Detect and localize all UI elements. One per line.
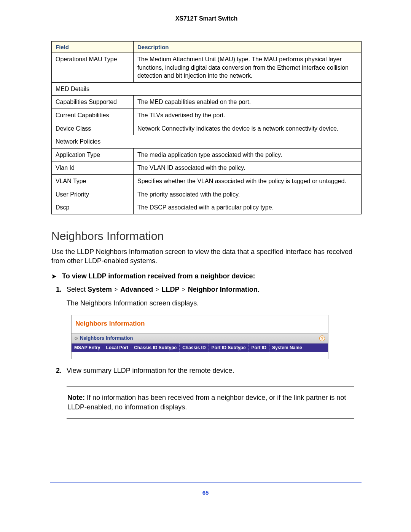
- procedure-title: ➤ To view LLDP information received from…: [51, 272, 362, 280]
- table-row: Network Policies: [52, 135, 362, 149]
- cell-section: MED Details: [52, 82, 362, 96]
- col-chassis-id-subtype[interactable]: Chassis ID Subtype: [131, 343, 180, 352]
- col-chassis-id[interactable]: Chassis ID: [180, 343, 209, 352]
- ui-panel-title: Neighbors Information: [72, 315, 328, 334]
- chevron-icon: >: [182, 286, 186, 292]
- col-system-name[interactable]: System Name: [269, 343, 328, 352]
- chevron-icon: >: [155, 286, 159, 292]
- cell-field: Dscp: [52, 201, 134, 214]
- step-2: 2. View summary LLDP information for the…: [67, 366, 362, 375]
- step-1-sub: The Neighbors Information screen display…: [67, 299, 362, 308]
- cell-desc: Network Connectivity indicates the devic…: [134, 122, 362, 135]
- col-local-port[interactable]: Local Port: [103, 343, 131, 352]
- nav-system: System: [88, 286, 112, 293]
- chevron-icon: >: [114, 286, 118, 292]
- step-2-text: View summary LLDP information for the re…: [67, 367, 234, 374]
- cell-desc: The priority associated with the policy.: [134, 188, 362, 201]
- cell-desc: The MED capabilities enabled on the port…: [134, 96, 362, 109]
- step-1: 1. Select System > Advanced > LLDP > Nei…: [67, 285, 362, 359]
- table-row: Capabilities Supported The MED capabilit…: [52, 96, 362, 109]
- step-number: 2.: [56, 366, 62, 375]
- table-row: MED Details: [52, 82, 362, 96]
- note-block: Note: If no information has been receive…: [67, 387, 354, 419]
- table-row: Current Capabilities The TLVs advertised…: [52, 109, 362, 122]
- cell-desc: Specifies whether the VLAN associated wi…: [134, 174, 362, 188]
- cell-desc: The VLAN ID associated with the policy.: [134, 161, 362, 175]
- section-heading: Neighbors Information: [51, 230, 362, 243]
- cell-field: Current Capabilities: [52, 109, 134, 122]
- step-1-prefix: Select: [67, 286, 88, 293]
- cell-desc: The TLVs advertised by the port.: [134, 109, 362, 122]
- field-description-table: Field Description Operational MAU Type T…: [51, 41, 362, 214]
- table-row: VLAN Type Specifies whether the VLAN ass…: [52, 174, 362, 188]
- ui-empty-row: [72, 352, 328, 359]
- th-field: Field: [52, 42, 134, 53]
- cell-desc: The Medium Attachment Unit (MAU) type. T…: [134, 53, 362, 83]
- cell-field: VLAN Type: [52, 174, 134, 188]
- nav-neighbor-info: Neighbor Information: [188, 286, 258, 293]
- nav-advanced: Advanced: [120, 286, 153, 293]
- step-number: 1.: [56, 285, 62, 294]
- ui-subheader-bar: Neighbors Information ?: [72, 333, 328, 343]
- help-icon[interactable]: ?: [319, 335, 325, 341]
- ui-sub-title: Neighbors Information: [80, 335, 133, 342]
- cell-field: Capabilities Supported: [52, 96, 134, 109]
- drag-dots-icon: [75, 337, 78, 340]
- cell-desc: The media application type associated wi…: [134, 148, 362, 161]
- table-row: User Priority The priority associated wi…: [52, 188, 362, 201]
- cell-field: User Priority: [52, 188, 134, 201]
- nav-suffix: .: [258, 286, 260, 293]
- nav-lldp: LLDP: [162, 286, 180, 293]
- table-row: Vlan Id The VLAN ID associated with the …: [52, 161, 362, 175]
- arrow-icon: ➤: [51, 273, 56, 280]
- cell-field: Device Class: [52, 122, 134, 135]
- page-number: 65: [0, 489, 411, 496]
- page-header-product: XS712T Smart Switch: [51, 15, 362, 22]
- cell-field: Vlan Id: [52, 161, 134, 175]
- neighbors-info-ui: Neighbors Information Neighbors Informat…: [71, 315, 328, 359]
- footer-rule: [50, 482, 362, 482]
- col-port-id-subtype[interactable]: Port ID Subtype: [209, 343, 249, 352]
- cell-desc: The DSCP associated with a particular po…: [134, 201, 362, 214]
- section-intro: Use the LLDP Neighbors Information scree…: [51, 247, 362, 266]
- col-msap-entry[interactable]: MSAP Entry: [72, 343, 103, 352]
- ui-column-header-row: MSAP Entry Local Port Chassis ID Subtype…: [72, 343, 328, 352]
- note-text: If no information has been received from…: [67, 394, 346, 411]
- cell-field: Operational MAU Type: [52, 53, 134, 83]
- procedure-title-text: To view LLDP information received from a…: [62, 272, 255, 280]
- table-row: Operational MAU Type The Medium Attachme…: [52, 53, 362, 83]
- table-row: Application Type The media application t…: [52, 148, 362, 161]
- cell-field: Application Type: [52, 148, 134, 161]
- table-row: Device Class Network Connectivity indica…: [52, 122, 362, 135]
- note-label: Note:: [67, 394, 85, 401]
- table-row: Dscp The DSCP associated with a particul…: [52, 201, 362, 214]
- th-description: Description: [134, 42, 362, 53]
- cell-section: Network Policies: [52, 135, 362, 149]
- col-port-id[interactable]: Port ID: [249, 343, 269, 352]
